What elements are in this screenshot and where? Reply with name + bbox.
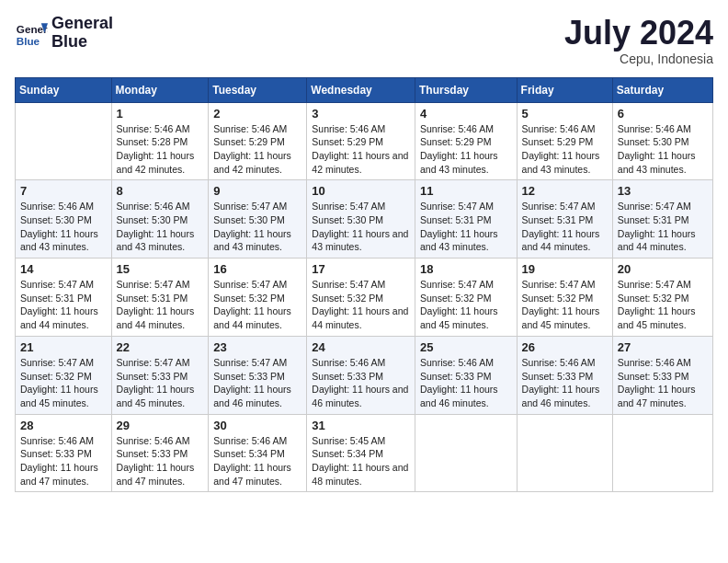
calendar-week-4: 21Sunrise: 5:47 AMSunset: 5:32 PMDayligh…: [16, 336, 713, 414]
day-info: Sunrise: 5:46 AMSunset: 5:33 PMDaylight:…: [420, 356, 512, 410]
day-number: 15: [117, 262, 204, 276]
calendar-cell: 27Sunrise: 5:46 AMSunset: 5:33 PMDayligh…: [612, 336, 712, 414]
day-number: 12: [522, 184, 608, 198]
day-number: 5: [522, 107, 608, 121]
page-header: General Blue General Blue July 2024 Cepu…: [15, 15, 713, 66]
logo-text-blue: Blue: [51, 33, 113, 52]
day-number: 18: [420, 262, 512, 276]
day-number: 2: [213, 107, 301, 121]
col-saturday: Saturday: [612, 77, 712, 102]
header-row: Sunday Monday Tuesday Wednesday Thursday…: [16, 77, 713, 102]
col-thursday: Thursday: [415, 77, 517, 102]
day-number: 9: [213, 184, 301, 198]
col-friday: Friday: [517, 77, 612, 102]
calendar-cell: 23Sunrise: 5:47 AMSunset: 5:33 PMDayligh…: [209, 336, 307, 414]
day-number: 26: [522, 340, 608, 354]
calendar-cell: 11Sunrise: 5:47 AMSunset: 5:31 PMDayligh…: [415, 180, 517, 259]
day-number: 16: [213, 262, 301, 276]
day-info: Sunrise: 5:47 AMSunset: 5:31 PMDaylight:…: [618, 200, 708, 254]
calendar-cell: 14Sunrise: 5:47 AMSunset: 5:31 PMDayligh…: [16, 259, 112, 337]
calendar-cell: 8Sunrise: 5:46 AMSunset: 5:30 PMDaylight…: [111, 180, 209, 259]
calendar-week-3: 14Sunrise: 5:47 AMSunset: 5:31 PMDayligh…: [16, 259, 713, 337]
calendar-cell: 2Sunrise: 5:46 AMSunset: 5:29 PMDaylight…: [209, 102, 307, 180]
day-info: Sunrise: 5:46 AMSunset: 5:30 PMDaylight:…: [20, 200, 107, 254]
calendar-cell: 13Sunrise: 5:47 AMSunset: 5:31 PMDayligh…: [612, 180, 712, 259]
day-number: 21: [20, 340, 107, 354]
calendar-cell: 18Sunrise: 5:47 AMSunset: 5:32 PMDayligh…: [415, 259, 517, 337]
calendar-cell: 28Sunrise: 5:46 AMSunset: 5:33 PMDayligh…: [16, 414, 112, 492]
title-block: July 2024 Cepu, Indonesia: [564, 15, 713, 66]
day-info: Sunrise: 5:46 AMSunset: 5:29 PMDaylight:…: [312, 122, 410, 177]
day-info: Sunrise: 5:46 AMSunset: 5:30 PMDaylight:…: [117, 200, 204, 254]
calendar-cell: 26Sunrise: 5:46 AMSunset: 5:33 PMDayligh…: [517, 336, 612, 414]
calendar-cell: [16, 102, 112, 180]
calendar-cell: 19Sunrise: 5:47 AMSunset: 5:32 PMDayligh…: [517, 259, 612, 337]
day-number: 22: [117, 340, 204, 354]
calendar-cell: 30Sunrise: 5:46 AMSunset: 5:34 PMDayligh…: [209, 414, 307, 492]
day-info: Sunrise: 5:47 AMSunset: 5:32 PMDaylight:…: [618, 278, 708, 332]
calendar-week-5: 28Sunrise: 5:46 AMSunset: 5:33 PMDayligh…: [16, 414, 713, 492]
day-info: Sunrise: 5:47 AMSunset: 5:31 PMDaylight:…: [420, 200, 512, 254]
day-number: 17: [312, 262, 410, 276]
day-number: 7: [20, 184, 107, 198]
col-tuesday: Tuesday: [209, 77, 307, 102]
day-number: 29: [117, 419, 204, 432]
day-info: Sunrise: 5:47 AMSunset: 5:31 PMDaylight:…: [522, 200, 608, 254]
day-info: Sunrise: 5:46 AMSunset: 5:33 PMDaylight:…: [20, 434, 107, 488]
calendar-cell: 25Sunrise: 5:46 AMSunset: 5:33 PMDayligh…: [415, 336, 517, 414]
calendar-cell: 22Sunrise: 5:47 AMSunset: 5:33 PMDayligh…: [111, 336, 209, 414]
calendar-cell: [415, 414, 517, 492]
svg-text:Blue: Blue: [17, 34, 40, 46]
day-number: 20: [618, 262, 708, 276]
day-number: 28: [20, 419, 107, 432]
day-info: Sunrise: 5:47 AMSunset: 5:32 PMDaylight:…: [213, 278, 301, 332]
day-number: 6: [618, 107, 708, 121]
day-info: Sunrise: 5:46 AMSunset: 5:33 PMDaylight:…: [522, 356, 608, 410]
day-info: Sunrise: 5:47 AMSunset: 5:33 PMDaylight:…: [213, 356, 301, 410]
logo-text-general: General: [51, 15, 113, 33]
calendar-cell: 5Sunrise: 5:46 AMSunset: 5:29 PMDaylight…: [517, 102, 612, 180]
calendar-cell: 16Sunrise: 5:47 AMSunset: 5:32 PMDayligh…: [209, 259, 307, 337]
calendar-cell: 15Sunrise: 5:47 AMSunset: 5:31 PMDayligh…: [111, 259, 209, 337]
calendar-body: 1Sunrise: 5:46 AMSunset: 5:28 PMDaylight…: [16, 102, 713, 492]
day-number: 4: [420, 107, 512, 121]
logo: General Blue General Blue: [15, 15, 113, 52]
col-sunday: Sunday: [16, 77, 112, 102]
day-info: Sunrise: 5:46 AMSunset: 5:33 PMDaylight:…: [312, 356, 410, 410]
calendar-cell: 12Sunrise: 5:47 AMSunset: 5:31 PMDayligh…: [517, 180, 612, 259]
day-number: 31: [312, 419, 410, 432]
calendar-cell: 7Sunrise: 5:46 AMSunset: 5:30 PMDaylight…: [16, 180, 112, 259]
calendar-cell: 3Sunrise: 5:46 AMSunset: 5:29 PMDaylight…: [307, 102, 415, 180]
day-number: 30: [213, 419, 301, 432]
day-number: 23: [213, 340, 301, 354]
calendar-cell: 17Sunrise: 5:47 AMSunset: 5:32 PMDayligh…: [307, 259, 415, 337]
day-number: 3: [312, 107, 410, 121]
day-info: Sunrise: 5:46 AMSunset: 5:33 PMDaylight:…: [117, 434, 204, 488]
day-info: Sunrise: 5:47 AMSunset: 5:33 PMDaylight:…: [117, 356, 204, 410]
day-info: Sunrise: 5:46 AMSunset: 5:29 PMDaylight:…: [420, 122, 512, 177]
day-number: 13: [618, 184, 708, 198]
calendar-cell: 10Sunrise: 5:47 AMSunset: 5:30 PMDayligh…: [307, 180, 415, 259]
calendar-cell: 6Sunrise: 5:46 AMSunset: 5:30 PMDaylight…: [612, 102, 712, 180]
calendar-cell: 29Sunrise: 5:46 AMSunset: 5:33 PMDayligh…: [111, 414, 209, 492]
day-info: Sunrise: 5:47 AMSunset: 5:32 PMDaylight:…: [522, 278, 608, 332]
calendar-cell: 1Sunrise: 5:46 AMSunset: 5:28 PMDaylight…: [111, 102, 209, 180]
calendar-cell: 4Sunrise: 5:46 AMSunset: 5:29 PMDaylight…: [415, 102, 517, 180]
day-info: Sunrise: 5:46 AMSunset: 5:30 PMDaylight:…: [618, 122, 708, 177]
month-title: July 2024: [564, 15, 713, 52]
calendar-cell: 9Sunrise: 5:47 AMSunset: 5:30 PMDaylight…: [209, 180, 307, 259]
day-info: Sunrise: 5:47 AMSunset: 5:31 PMDaylight:…: [117, 278, 204, 332]
calendar-week-1: 1Sunrise: 5:46 AMSunset: 5:28 PMDaylight…: [16, 102, 713, 180]
calendar-header: Sunday Monday Tuesday Wednesday Thursday…: [16, 77, 713, 102]
calendar-week-2: 7Sunrise: 5:46 AMSunset: 5:30 PMDaylight…: [16, 180, 713, 259]
day-info: Sunrise: 5:46 AMSunset: 5:34 PMDaylight:…: [213, 434, 301, 488]
day-number: 14: [20, 262, 107, 276]
day-info: Sunrise: 5:47 AMSunset: 5:32 PMDaylight:…: [312, 278, 410, 332]
calendar-cell: 21Sunrise: 5:47 AMSunset: 5:32 PMDayligh…: [16, 336, 112, 414]
calendar-cell: 31Sunrise: 5:45 AMSunset: 5:34 PMDayligh…: [307, 414, 415, 492]
calendar-cell: [612, 414, 712, 492]
day-info: Sunrise: 5:45 AMSunset: 5:34 PMDaylight:…: [312, 434, 410, 488]
calendar-cell: 24Sunrise: 5:46 AMSunset: 5:33 PMDayligh…: [307, 336, 415, 414]
day-number: 27: [618, 340, 708, 354]
col-wednesday: Wednesday: [307, 77, 415, 102]
